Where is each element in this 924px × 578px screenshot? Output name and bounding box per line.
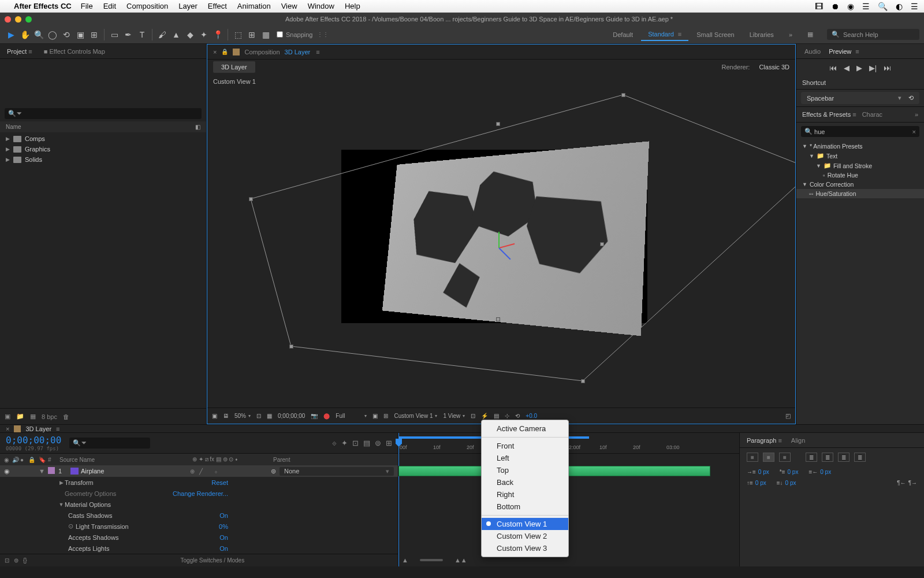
renderer-value[interactable]: Classic 3D bbox=[759, 64, 789, 71]
menu-help[interactable]: Help bbox=[345, 2, 360, 10]
parent-dropdown[interactable]: None▾ bbox=[280, 467, 394, 476]
indent-left[interactable]: →≡ 0 px bbox=[747, 469, 769, 475]
layer-handle[interactable] bbox=[600, 242, 604, 246]
project-search[interactable]: 🔍⏷ bbox=[5, 108, 202, 119]
workspace-overflow-icon[interactable]: » bbox=[782, 29, 799, 40]
workspace-grid-icon[interactable]: ▦ bbox=[800, 28, 820, 40]
maximize-icon[interactable]: ◰ bbox=[785, 413, 791, 419]
tree-color-correction[interactable]: ▼Color Correction bbox=[796, 180, 924, 189]
view-option-custom-1[interactable]: Custom View 1 bbox=[482, 518, 568, 530]
camera-tool-icon[interactable]: ▣ bbox=[74, 28, 87, 41]
timeline-tab[interactable]: 3D Layer bbox=[25, 425, 51, 432]
workspace-default[interactable]: Default bbox=[606, 29, 640, 40]
space-before[interactable]: ↑≡ 0 px bbox=[747, 480, 766, 486]
align-left-icon[interactable]: ≡ bbox=[747, 453, 758, 462]
rotate-tool-icon[interactable]: ⟲ bbox=[60, 28, 73, 41]
menubar-film-icon[interactable]: 🎞 bbox=[815, 2, 823, 11]
fast-preview-icon[interactable]: ⚡ bbox=[481, 413, 488, 419]
ltr-toggle-icon[interactable]: ¶→ bbox=[908, 480, 917, 486]
tl-footer-icon[interactable]: {} bbox=[23, 557, 27, 564]
snapshot-icon[interactable]: 📷 bbox=[311, 413, 318, 419]
last-frame-icon[interactable]: ⏭ bbox=[884, 64, 891, 72]
flowchart-icon[interactable]: ⊹ bbox=[505, 413, 509, 419]
snapping-checkbox[interactable] bbox=[277, 31, 283, 38]
layer-handle[interactable] bbox=[496, 122, 500, 126]
workspace-small-screen[interactable]: Small Screen bbox=[690, 29, 741, 40]
view-option-front[interactable]: Front bbox=[482, 440, 568, 452]
composition-viewport[interactable]: Custom View 1 bbox=[207, 75, 795, 407]
timeline-columns-header[interactable]: ◉🔊●🔒 🔖# Source Name ⊕ ✦ ⧄ fx ▤ ⊚ ⊙ ⬨ Par… bbox=[0, 454, 398, 465]
resolution-icon[interactable]: 🖥 bbox=[223, 413, 229, 419]
tree-hue-saturation[interactable]: ▫▫ Hue/Saturation bbox=[796, 189, 924, 198]
timeline-layer-row[interactable]: ◉ ▼ 1 Airplane ⊕╱⬨ ⊚ None▾ bbox=[0, 465, 398, 477]
roi-crop-icon[interactable]: ▣ bbox=[372, 413, 378, 419]
view-option-back[interactable]: Back bbox=[482, 476, 568, 488]
layer-expand-icon[interactable]: ▼ bbox=[37, 468, 46, 475]
view-option-custom-3[interactable]: Custom View 3 bbox=[482, 542, 568, 554]
menu-edit[interactable]: Edit bbox=[103, 2, 116, 10]
menu-composition[interactable]: Composition bbox=[126, 2, 168, 10]
align-right-icon[interactable]: ≡ bbox=[779, 453, 791, 462]
lock-icon[interactable]: 🔒 bbox=[221, 49, 228, 55]
tree-fill-stroke[interactable]: ▼📁 Fill and Stroke bbox=[796, 161, 924, 171]
layer-handle[interactable] bbox=[289, 344, 293, 349]
menubar-record-icon[interactable]: ⏺ bbox=[831, 2, 839, 11]
selection-tool-icon[interactable]: ▶ bbox=[5, 28, 17, 41]
menubar-siri-icon[interactable]: ◐ bbox=[896, 2, 903, 11]
view-layout-dropdown[interactable]: 1 View▾ bbox=[443, 413, 465, 419]
roi-icon[interactable]: ⊡ bbox=[256, 413, 261, 419]
first-frame-icon[interactable]: ⏮ bbox=[829, 64, 837, 72]
rtl-toggle-icon[interactable]: ¶← bbox=[897, 480, 906, 486]
trash-icon[interactable]: 🗑 bbox=[63, 413, 69, 420]
world-axis-icon[interactable]: ⊞ bbox=[245, 28, 258, 41]
layer-handle[interactable] bbox=[581, 379, 585, 383]
next-frame-icon[interactable]: ▶| bbox=[869, 64, 877, 72]
app-name[interactable]: After Effects CC bbox=[14, 2, 72, 10]
draft-3d-icon[interactable]: ✦ bbox=[341, 439, 348, 447]
menu-effect[interactable]: Effect bbox=[208, 2, 227, 10]
align-tab[interactable]: Align bbox=[791, 437, 805, 444]
effects-search[interactable]: 🔍 hue × bbox=[801, 126, 919, 137]
alpha-toggle-icon[interactable]: ▣ bbox=[212, 413, 217, 419]
hand-tool-icon[interactable]: ✋ bbox=[18, 28, 31, 41]
comp-mini-flowchart-icon[interactable]: ⟐ bbox=[332, 439, 337, 447]
zoom-in-icon[interactable]: ▲▲ bbox=[454, 557, 467, 564]
visibility-toggle-icon[interactable]: ◉ bbox=[2, 468, 10, 475]
transparency-grid-icon[interactable]: ▦ bbox=[267, 413, 272, 419]
interpret-footage-icon[interactable]: ▣ bbox=[5, 413, 10, 420]
zoom-out-icon[interactable]: ▲ bbox=[402, 557, 408, 564]
layer-name[interactable]: Airplane bbox=[79, 468, 188, 475]
snapping-toggle[interactable]: Snapping ⋮⋮ bbox=[277, 31, 329, 38]
close-timeline-tab-icon[interactable]: × bbox=[6, 425, 9, 432]
effects-presets-tab[interactable]: Effects & Presets ≡ bbox=[802, 111, 856, 118]
rect-tool-icon[interactable]: ▭ bbox=[108, 28, 121, 41]
view-option-custom-2[interactable]: Custom View 2 bbox=[482, 530, 568, 542]
workspace-libraries[interactable]: Libraries bbox=[743, 29, 781, 40]
reset-exposure-icon[interactable]: ⟲ bbox=[515, 413, 520, 419]
clone-tool-icon[interactable]: ▲ bbox=[170, 28, 182, 41]
grid-icon[interactable]: ⊞ bbox=[383, 413, 388, 419]
close-tab-icon[interactable]: × bbox=[213, 49, 217, 55]
indent-right[interactable]: ≡← 0 px bbox=[808, 469, 831, 475]
eraser-tool-icon[interactable]: ◆ bbox=[184, 28, 196, 41]
motion-blur-icon[interactable]: ⊚ bbox=[375, 439, 381, 447]
local-axis-icon[interactable]: ⬚ bbox=[232, 28, 244, 41]
resolution-dropdown[interactable]: Full▾ bbox=[336, 413, 367, 419]
pixel-aspect-icon[interactable]: ⊡ bbox=[471, 413, 475, 419]
brush-tool-icon[interactable]: 🖌 bbox=[156, 28, 169, 41]
channel-icon[interactable]: ⬤ bbox=[323, 413, 330, 419]
layer-handle[interactable] bbox=[496, 317, 500, 321]
bpc-toggle[interactable]: 8 bpc bbox=[42, 413, 57, 420]
prop-accepts-shadows[interactable]: Accepts ShadowsOn bbox=[0, 532, 398, 543]
justify-left-icon[interactable]: ≣ bbox=[806, 453, 817, 462]
project-column-header[interactable]: Name ◧ bbox=[0, 121, 206, 132]
indent-first[interactable]: *≡ 0 px bbox=[780, 469, 799, 475]
zoom-slider[interactable] bbox=[420, 559, 443, 561]
paragraph-tab[interactable]: Paragraph ≡ bbox=[747, 437, 782, 444]
space-after[interactable]: ≡↓ 0 px bbox=[777, 480, 796, 486]
project-folder-solids[interactable]: ▶Solids bbox=[0, 154, 206, 165]
prop-accepts-lights[interactable]: Accepts LightsOn bbox=[0, 543, 398, 554]
workspace-standard[interactable]: Standard ≡ bbox=[641, 28, 688, 41]
3d-view-dropdown[interactable]: Custom View 1▾ bbox=[394, 413, 437, 419]
new-folder-icon[interactable]: 📁 bbox=[16, 413, 24, 420]
